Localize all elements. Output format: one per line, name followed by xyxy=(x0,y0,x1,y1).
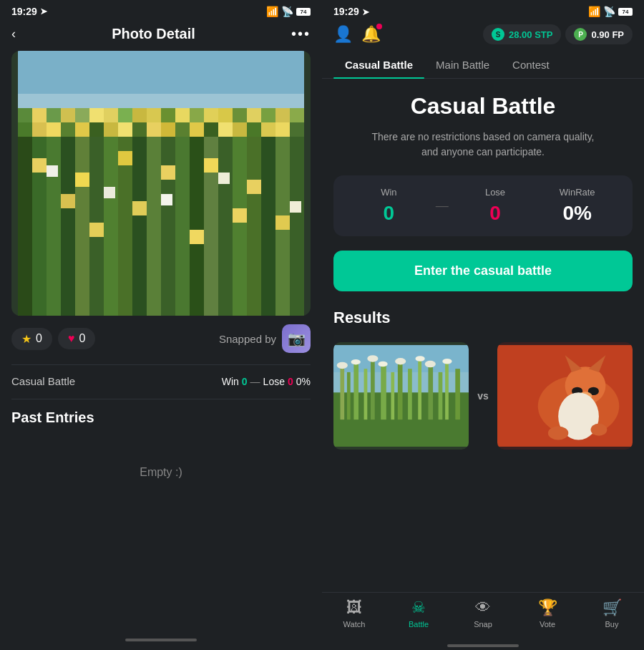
home-bar xyxy=(447,644,519,647)
battery-icon: 74 xyxy=(296,8,311,16)
vs-label: vs xyxy=(474,390,492,402)
svg-rect-11 xyxy=(132,108,147,122)
snapped-avatar[interactable]: 📷 xyxy=(282,324,311,353)
stp-badge: S 28.00 STP xyxy=(483,24,561,44)
right-top-bar: 👤 🔔 S 28.00 STP P 0.90 FP xyxy=(322,20,644,52)
svg-rect-72 xyxy=(89,223,104,237)
watch-icon: 🖼 xyxy=(346,598,362,617)
svg-rect-32 xyxy=(147,122,161,137)
nav-vote[interactable]: 🏆 Vote xyxy=(515,598,580,629)
battle-row: Casual Battle Win 0 — Lose 0 0% xyxy=(0,375,322,399)
svg-rect-47 xyxy=(75,137,89,316)
location-icon: ➤ xyxy=(40,6,47,16)
wifi-icon-right: 📡 xyxy=(603,6,615,17)
svg-rect-22 xyxy=(290,108,304,122)
svg-point-115 xyxy=(590,424,607,436)
svg-rect-73 xyxy=(190,230,204,244)
fp-badge: P 0.90 FP xyxy=(565,24,633,44)
profile-icon[interactable]: 👤 xyxy=(333,25,353,44)
right-panel: 19:29 ➤ 📶 📡 74 👤 🔔 S 28.00 STP P 0.90 FP xyxy=(322,0,644,650)
more-options-button[interactable]: ••• xyxy=(291,26,311,42)
svg-rect-58 xyxy=(233,137,247,316)
battle-content: Casual Battle There are no restrictions … xyxy=(322,79,644,592)
tab-contest[interactable]: Contest xyxy=(501,52,561,78)
battery-icon-right: 74 xyxy=(618,8,633,16)
svg-rect-94 xyxy=(439,372,443,419)
svg-rect-34 xyxy=(175,122,190,137)
divider-1 xyxy=(11,364,311,365)
time-display-right: 19:29 xyxy=(333,6,359,17)
svg-rect-39 xyxy=(247,122,261,137)
svg-rect-40 xyxy=(261,122,275,137)
svg-rect-62 xyxy=(290,137,304,316)
svg-rect-9 xyxy=(104,108,118,122)
lose-label: Lose xyxy=(263,376,285,387)
svg-rect-17 xyxy=(218,108,233,122)
svg-rect-85 xyxy=(353,362,358,419)
home-indicator-left xyxy=(125,639,197,641)
heart-badge[interactable]: ♥ 0 xyxy=(58,328,95,349)
win-label: Win xyxy=(222,376,239,387)
svg-rect-38 xyxy=(233,122,247,137)
lose-value: 0 xyxy=(288,376,293,387)
svg-rect-86 xyxy=(364,369,368,419)
tab-main-battle[interactable]: Main Battle xyxy=(424,52,501,78)
star-badge[interactable]: ★ 0 xyxy=(11,328,52,350)
vote-icon: 🏆 xyxy=(538,598,557,617)
enter-battle-button[interactable]: Enter the casual battle xyxy=(333,251,633,291)
svg-rect-54 xyxy=(175,137,190,316)
lose-stat-label: Lose xyxy=(485,187,505,198)
token-area: S 28.00 STP P 0.90 FP xyxy=(483,24,633,44)
tab-casual-label: Casual Battle xyxy=(345,59,413,71)
past-entries-title: Past Entries xyxy=(0,409,322,437)
time-display: 19:29 xyxy=(11,6,37,17)
svg-point-99 xyxy=(367,355,378,362)
stats-card: Win 0 — Lose 0 WinRate 0% xyxy=(333,175,633,236)
win-stat-label: Win xyxy=(381,187,396,198)
notification-dot xyxy=(376,24,382,29)
svg-rect-30 xyxy=(118,122,132,137)
winrate-stat-value: 0% xyxy=(562,202,591,225)
svg-rect-6 xyxy=(61,108,75,122)
svg-rect-37 xyxy=(218,122,233,137)
status-bar-right: 19:29 ➤ 📶 📡 74 xyxy=(322,0,644,20)
svg-rect-41 xyxy=(275,122,290,137)
buy-label: Buy xyxy=(605,620,619,629)
signal-icon: 📶 xyxy=(266,6,278,17)
svg-rect-52 xyxy=(147,137,161,316)
svg-rect-53 xyxy=(161,137,175,316)
buy-icon: 🛒 xyxy=(602,598,622,617)
battle-icon: ☠ xyxy=(411,598,426,617)
svg-rect-55 xyxy=(190,137,204,316)
svg-rect-68 xyxy=(247,180,261,194)
svg-rect-74 xyxy=(275,215,290,230)
snapped-by-section: Snapped by 📷 xyxy=(219,324,311,353)
result-image-left xyxy=(333,342,469,450)
svg-rect-7 xyxy=(75,108,89,122)
fp-amount: 0.90 FP xyxy=(591,29,624,40)
signal-area: 📶 📡 74 xyxy=(266,6,311,17)
results-title: Results xyxy=(333,309,633,327)
svg-rect-76 xyxy=(104,187,115,198)
tab-casual-battle[interactable]: Casual Battle xyxy=(333,52,424,78)
svg-rect-42 xyxy=(290,122,304,137)
svg-rect-70 xyxy=(132,201,147,215)
lose-stat-value: 0 xyxy=(489,202,501,225)
stp-amount: 28.00 STP xyxy=(509,29,552,40)
battle-tabs: Casual Battle Main Battle Contest xyxy=(322,52,644,79)
nav-buy[interactable]: 🛒 Buy xyxy=(580,598,644,629)
svg-rect-90 xyxy=(398,362,403,419)
nav-snap[interactable]: 👁 Snap xyxy=(451,598,515,629)
win-stat: Win 0 xyxy=(348,187,430,225)
nav-battle[interactable]: ☠ Battle xyxy=(386,598,451,629)
svg-rect-13 xyxy=(161,108,175,122)
bell-container[interactable]: 🔔 xyxy=(361,25,381,44)
back-button[interactable]: ‹ xyxy=(11,26,16,42)
casual-battle-title: Casual Battle xyxy=(333,93,633,120)
time-left: 19:29 ➤ xyxy=(11,6,47,17)
photo-container xyxy=(11,51,311,316)
svg-rect-5 xyxy=(47,108,61,122)
lose-stat: Lose 0 xyxy=(454,187,537,225)
svg-rect-65 xyxy=(118,151,132,165)
nav-watch[interactable]: 🖼 Watch xyxy=(322,598,386,629)
